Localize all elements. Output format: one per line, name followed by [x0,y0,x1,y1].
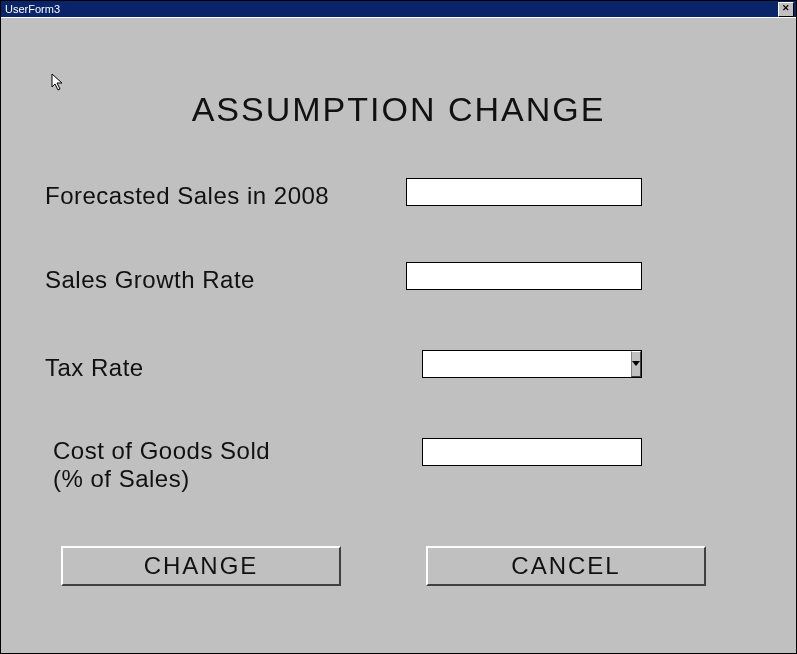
form-client-area: ASSUMPTION CHANGE Forecasted Sales in 20… [1,17,796,653]
label-forecasted-sales: Forecasted Sales in 2008 [43,181,331,211]
titlebar: UserForm3 ✕ [1,1,796,17]
label-cogs: Cost of Goods Sold (% of Sales) [51,436,272,493]
form-heading: ASSUMPTION CHANGE [192,88,606,131]
label-cogs-line1: Cost of Goods Sold [53,437,270,464]
window-title: UserForm3 [5,3,60,15]
combo-tax-rate-dropdown-button[interactable] [631,351,641,377]
chevron-down-icon [632,361,640,367]
userform-window: UserForm3 ✕ ASSUMPTION CHANGE Forecasted… [0,0,797,654]
combo-tax-rate[interactable] [422,350,642,378]
change-button[interactable]: CHANGE [61,546,341,586]
input-sales-growth-rate[interactable] [406,262,642,290]
label-tax-rate: Tax Rate [43,353,146,383]
cancel-button[interactable]: CANCEL [426,546,706,586]
label-cogs-line2: (% of Sales) [53,465,190,492]
close-icon: ✕ [782,3,790,13]
cursor-icon [51,73,67,93]
input-forecasted-sales[interactable] [406,178,642,206]
close-button[interactable]: ✕ [778,2,794,17]
combo-tax-rate-input[interactable] [423,351,631,377]
input-cogs[interactable] [422,438,642,466]
label-sales-growth-rate: Sales Growth Rate [43,265,257,295]
change-button-label: CHANGE [144,552,259,580]
cancel-button-label: CANCEL [511,552,620,580]
